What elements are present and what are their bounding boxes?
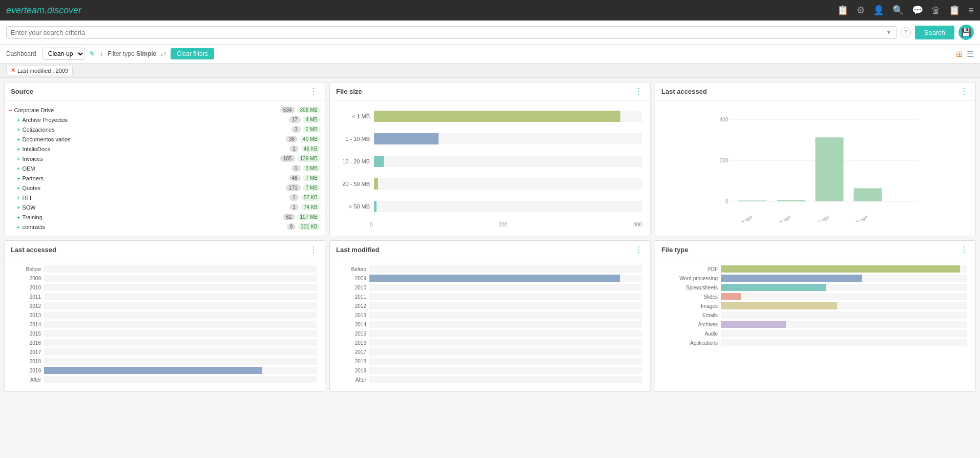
file-type-track [721, 302, 967, 309]
expand-icon: + [17, 127, 20, 133]
hbar-track [44, 367, 317, 374]
vbar [739, 200, 767, 201]
save-search-button[interactable]: 💾 [958, 25, 974, 40]
source-item-quotes[interactable]: + Quotes 171 7 MB [9, 183, 321, 193]
hbar-track [369, 358, 642, 365]
last-accessed-chart-area: 4002000> 5 years ago> 1 year ago< 1 year… [659, 105, 971, 227]
source-item-cotizaciones[interactable]: + Cotizaciones 3 2 MB [9, 124, 321, 134]
hbar-chart: Before 2009 2010 2011 [9, 263, 321, 387]
last-modified-menu[interactable]: ⋮ [635, 245, 644, 255]
list-view-icon[interactable]: ☰ [967, 49, 974, 59]
file-type-bar-row: Audio [661, 330, 967, 337]
basket-icon[interactable]: 🗑 [931, 5, 941, 16]
last-accessed-top-menu[interactable]: ⋮ [960, 87, 969, 96]
source-item-training[interactable]: + Training 62 107 MB [9, 212, 321, 222]
help-icon[interactable]: ? [901, 27, 911, 37]
file-size-bar-row: > 50 MB [370, 199, 642, 214]
hbar-label: After [338, 377, 366, 383]
file-type-bar-row: Spreadsheets [661, 284, 967, 291]
hbar-row: 2013 [338, 311, 642, 319]
dashboard-label: Dashboard [6, 50, 36, 57]
source-subitem-name: Archive Proyectos [22, 117, 286, 123]
search-input[interactable] [11, 29, 886, 36]
file-type-body: PDF Word processing Spreadsheets Slides [655, 259, 975, 355]
search-bar: ▼ ? Search 💾 [0, 20, 980, 45]
hbar-row: After [338, 376, 642, 383]
document-icon[interactable]: 📋 [837, 5, 848, 16]
file-type-fill [721, 302, 837, 309]
hbar-track [369, 339, 642, 346]
file-type-track [721, 265, 967, 273]
file-type-label: Applications [661, 340, 718, 346]
bar-container [374, 201, 642, 212]
add-filter-button[interactable]: + [99, 50, 103, 58]
hbar-track [44, 339, 317, 346]
hbar-label: 2009 [338, 276, 366, 281]
hbar-label: 2016 [338, 340, 366, 346]
file-type-label: Audio [661, 331, 718, 337]
edit-filter-button[interactable]: ✎ [89, 50, 95, 58]
file-type-label: Slides [661, 294, 718, 300]
source-subitem-size: 4 MB [303, 116, 321, 123]
hbar-label: Before [338, 266, 366, 272]
hbar-row: 2016 [338, 339, 642, 346]
remove-filter-button[interactable]: ✕ [11, 67, 15, 74]
hbar-label: 2018 [13, 359, 41, 364]
file-size-bar-row: 10 - 20 MB [370, 154, 642, 169]
file-type-fill [721, 293, 741, 300]
hbar-row: 2014 [13, 321, 317, 328]
last-accessed-top-svg: 4002000> 5 years ago> 1 year ago< 1 year… [663, 109, 967, 222]
settings-icon[interactable]: ⚙ [857, 5, 865, 16]
source-item-partners[interactable]: + Partners 48 7 MB [9, 173, 321, 183]
chat-icon[interactable]: 💬 [912, 5, 923, 16]
file-size-bar-row: < 1 MB [370, 109, 642, 123]
user-icon[interactable]: 👤 [873, 5, 884, 16]
grid-icon[interactable]: 📋 [949, 5, 960, 16]
file-size-bar-row: 1 - 10 MB [370, 132, 642, 146]
source-item-oem[interactable]: + OEM 1 3 MB [9, 163, 321, 173]
source-item-invoices[interactable]: + Invoices 185 139 MB [9, 154, 321, 163]
filter-tag-text: Last modified : 2009 [17, 68, 68, 74]
last-accessed-bottom-menu[interactable]: ⋮ [309, 245, 319, 255]
search-input-wrap[interactable]: ▼ [6, 26, 896, 39]
hbar-track [44, 293, 317, 300]
search-button[interactable]: Search [915, 26, 954, 39]
dashboard-select[interactable]: Clean-up [43, 48, 85, 60]
source-item-corporate-drive[interactable]: − Corporate Drive 534 308 MB [9, 105, 321, 115]
source-item-sow[interactable]: + SOW 1 74 KB [9, 202, 321, 212]
source-item-contracts[interactable]: + contracts 8 301 KB [9, 222, 321, 232]
source-panel-menu[interactable]: ⋮ [309, 87, 319, 96]
source-item-rfi[interactable]: + RFI 1 52 KB [9, 193, 321, 202]
bar-label: < 1 MB [329, 113, 370, 119]
clear-filters-button[interactable]: Clear filters [171, 48, 214, 59]
logo: everteam.discover [6, 5, 81, 16]
file-size-bars-container: < 1 MB 1 - 10 MB 10 - 20 MB 20 - 50 MB [370, 109, 642, 214]
hbar-row: 2017 [338, 348, 642, 356]
menu-icon[interactable]: ≡ [968, 5, 974, 16]
view-toggle: ⊞ ☰ [956, 49, 974, 59]
source-item-archive-proyectos[interactable]: + Archive Proyectos 17 4 MB [9, 115, 321, 124]
top-bar: everteam.discover 📋 ⚙ 👤 🔍 💬 🗑 📋 ≡ [0, 0, 980, 20]
hbar-track [369, 348, 642, 356]
hbar-track [369, 293, 642, 300]
hbar-row: 2010 [338, 284, 642, 291]
grid-view-icon[interactable]: ⊞ [956, 49, 963, 59]
hbar-row: 2015 [338, 330, 642, 337]
source-item-documentos[interactable]: + Documentos varios 36 40 MB [9, 134, 321, 144]
source-scroll[interactable]: − Corporate Drive 534 308 MB + Archive P… [9, 105, 321, 232]
file-type-fill [721, 284, 826, 291]
source-item-count: 534 [280, 107, 295, 113]
file-size-menu[interactable]: ⋮ [635, 87, 644, 96]
search-icon[interactable]: 🔍 [892, 5, 904, 16]
svg-text:200: 200 [720, 158, 728, 163]
search-dropdown-button[interactable]: ▼ [886, 29, 892, 36]
logo-discover: discover [47, 5, 81, 15]
file-type-label: Spreadsheets [661, 285, 718, 290]
file-type-menu[interactable]: ⋮ [960, 245, 969, 255]
file-size-title: File size [336, 88, 362, 95]
hbar-track [369, 330, 642, 337]
hbar-row: 2013 [13, 311, 317, 319]
hbar-track [369, 311, 642, 319]
file-type-fill [721, 321, 786, 328]
source-item-intalio[interactable]: + IntalioDocs 1 46 KB [9, 144, 321, 154]
